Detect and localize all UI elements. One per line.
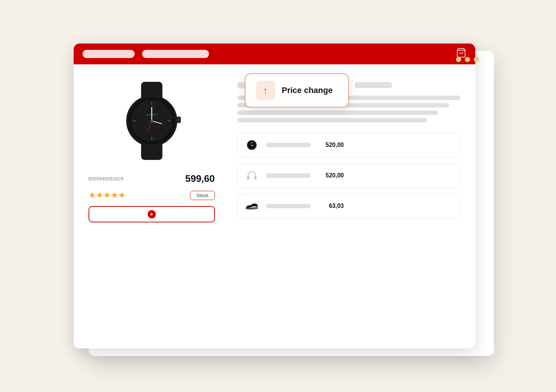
window-dot-2 xyxy=(465,57,470,62)
product-panel: AMAZFIT 8005848392829 599,60 ★★★★★ Stock xyxy=(89,76,215,337)
svg-rect-21 xyxy=(247,176,250,180)
list-item-1[interactable]: 520,00 xyxy=(237,133,460,157)
window-dot-1 xyxy=(456,57,461,62)
item-1-price: 520,00 xyxy=(318,142,344,148)
notification-title: Price change xyxy=(282,86,333,95)
window-dot-3 xyxy=(474,57,479,62)
add-plus-icon: + xyxy=(148,210,156,218)
product-id-price-row: 8005848392829 599,60 xyxy=(89,173,215,184)
list-item-2[interactable]: 520,00 xyxy=(237,163,460,188)
right-panel: 520,00 520,00 xyxy=(237,76,460,337)
price-up-icon: ↑ xyxy=(263,85,268,96)
skeleton-title-short xyxy=(355,82,392,88)
stock-badge: Stock xyxy=(190,191,215,200)
nav-search-bar[interactable] xyxy=(83,50,135,58)
svg-rect-22 xyxy=(254,176,257,180)
item-3-thumb xyxy=(245,199,258,213)
item-2-price: 520,00 xyxy=(318,172,344,179)
item-2-thumb xyxy=(245,169,258,182)
item-3-name-skeleton xyxy=(266,204,311,208)
add-to-cart-button[interactable]: + xyxy=(89,206,215,222)
product-info: 8005848392829 599,60 ★★★★★ Stock + xyxy=(89,173,215,222)
product-id: 8005848392829 xyxy=(89,176,123,181)
window-dots xyxy=(456,57,479,62)
svg-text:AMAZFIT: AMAZFIT xyxy=(145,113,158,116)
svg-rect-6 xyxy=(176,117,180,123)
svg-point-14 xyxy=(150,119,153,122)
item-1-name-skeleton xyxy=(266,143,311,147)
product-rating: ★★★★★ xyxy=(89,190,126,200)
notification-icon-box: ↑ xyxy=(256,81,275,100)
list-item-3[interactable]: 63,03 xyxy=(237,194,460,218)
scene: AMAZFIT 8005848392829 599,60 ★★★★★ Stock xyxy=(74,44,483,348)
skeleton-line-4 xyxy=(237,118,427,122)
product-image-area: AMAZFIT xyxy=(107,76,196,166)
nav-category-bar[interactable] xyxy=(142,50,209,58)
item-1-thumb xyxy=(245,138,258,152)
product-price: 599,60 xyxy=(185,173,215,184)
navbar xyxy=(74,44,475,64)
product-meta-row: ★★★★★ Stock xyxy=(89,190,215,200)
product-image: AMAZFIT xyxy=(115,82,189,160)
skeleton-line-3 xyxy=(237,110,438,115)
item-2-name-skeleton xyxy=(266,173,311,178)
price-change-notification: ↑ Price change xyxy=(245,73,349,107)
item-3-price: 63,03 xyxy=(318,203,344,209)
